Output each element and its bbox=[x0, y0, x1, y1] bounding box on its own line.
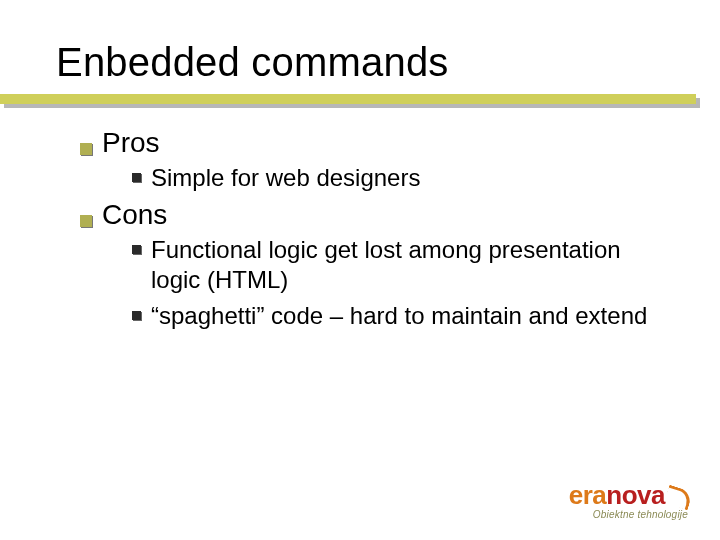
list-item-text: Functional logic get lost among presenta… bbox=[151, 235, 664, 295]
section-pros: Pros Simple for web designers bbox=[80, 127, 664, 193]
list-item-text: “spaghetti” code – hard to maintain and … bbox=[151, 301, 647, 331]
section-cons: Cons Functional logic get lost among pre… bbox=[80, 199, 664, 331]
square-bullet-icon bbox=[132, 311, 141, 320]
square-bullet-icon bbox=[132, 173, 141, 182]
slide-title: Enbedded commands bbox=[56, 40, 664, 85]
list-item: Simple for web designers bbox=[132, 163, 664, 193]
swoosh-icon bbox=[666, 485, 688, 507]
section-heading: Cons bbox=[102, 199, 167, 231]
logo: eranova Obiektne tehnologije bbox=[569, 480, 688, 520]
section-heading: Pros bbox=[102, 127, 160, 159]
title-underline bbox=[0, 91, 720, 113]
slide: Enbedded commands Pros Simple for web de… bbox=[0, 0, 720, 540]
square-bullet-icon bbox=[132, 245, 141, 254]
list-item: Functional logic get lost among presenta… bbox=[132, 235, 664, 295]
logo-text-part2: nova bbox=[606, 480, 665, 511]
square-bullet-icon bbox=[80, 215, 92, 227]
list-item: “spaghetti” code – hard to maintain and … bbox=[132, 301, 664, 331]
square-bullet-icon bbox=[80, 143, 92, 155]
logo-text-part1: era bbox=[569, 480, 607, 511]
list-item-text: Simple for web designers bbox=[151, 163, 420, 193]
